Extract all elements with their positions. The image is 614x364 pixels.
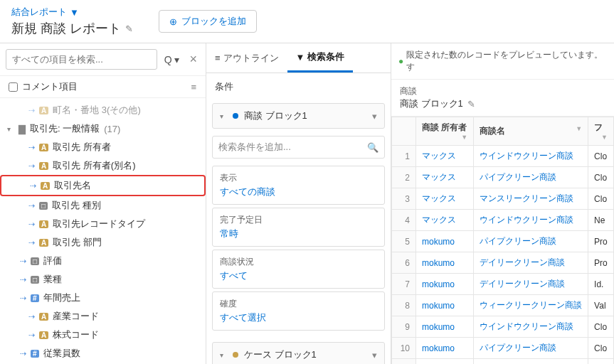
edit-icon[interactable]: ✎	[467, 99, 475, 109]
owner-cell[interactable]: mokumo	[416, 338, 474, 359]
opportunity-name-cell[interactable]: パイプクリーン商談	[474, 167, 588, 188]
filter-card[interactable]: 表示すべての商談	[212, 166, 385, 205]
block-menu-icon[interactable]: ▾	[372, 111, 377, 122]
owner-cell[interactable]: mokumo	[416, 274, 474, 295]
field-item[interactable]: ⇢A取引先 所有者	[0, 138, 206, 156]
stage-cell: Clo	[588, 188, 614, 210]
tab-outline[interactable]: ≡ アウトライン	[206, 43, 287, 73]
arrow-icon: ⇢	[20, 257, 26, 266]
owner-cell[interactable]: mokumo	[416, 316, 474, 338]
owner-cell[interactable]: マックス	[416, 146, 474, 167]
field-label: 取引先 種別	[52, 199, 101, 212]
preview-message-bar: ● 限定された数のレコードをプレビューしています。す	[391, 43, 614, 80]
opportunity-name-cell[interactable]: パイプクリーン商談	[474, 338, 588, 359]
table-row: 2マックスパイプクリーン商談Clo	[392, 167, 614, 188]
opportunity-name-cell[interactable]: ウインドウクリーン商談	[474, 146, 588, 167]
type-badge: A	[39, 313, 48, 321]
search-input[interactable]	[6, 49, 157, 70]
opportunity-name-cell[interactable]: パイプクリーン商談	[474, 359, 588, 365]
type-badge: A	[41, 182, 50, 190]
arrow-icon: ⇢	[20, 349, 26, 358]
field-item[interactable]: ⇢#従業員数	[0, 344, 206, 363]
type-badge: □	[31, 276, 39, 284]
stage-cell: Ne	[588, 210, 614, 231]
type-badge: A	[39, 144, 48, 151]
type-badge: □	[39, 202, 48, 210]
field-label: 株式コード	[53, 328, 99, 341]
column-header[interactable]: 商談名▼	[474, 117, 588, 146]
block-menu-icon[interactable]: ▾	[372, 350, 377, 360]
edit-icon[interactable]: ✎	[125, 23, 133, 34]
chevron-down-icon[interactable]: ▼	[461, 134, 467, 141]
owner-cell[interactable]: mokumo	[416, 359, 474, 365]
column-header[interactable]	[392, 117, 416, 146]
field-item[interactable]: ⇢ A 町名・番地 3(その他)	[0, 101, 206, 119]
add-filter-input[interactable]: 検索条件を追加... 🔍	[212, 136, 385, 159]
opportunity-name-cell[interactable]: マンスリークリーン商談	[474, 188, 588, 210]
tab-filters-label: 検索条件	[307, 50, 344, 63]
tab-filters[interactable]: ▼ 検索条件	[287, 43, 354, 73]
field-label: 評価	[43, 255, 62, 267]
field-label: 取引先名	[54, 179, 91, 192]
field-item[interactable]: ⇢A取引先レコードタイプ	[0, 215, 206, 233]
arrow-icon: ⇢	[28, 312, 35, 321]
chevron-down-icon: ▾	[220, 112, 227, 120]
field-label: 産業コード	[53, 310, 99, 323]
preview-message: 限定された数のレコードをプレビューしています。す	[406, 49, 607, 73]
field-item[interactable]: ⇢□取引先 種別	[0, 196, 206, 215]
chevron-down-icon[interactable]: ▼	[576, 125, 582, 132]
column-header[interactable]: 商談 所有者▼	[416, 117, 474, 146]
add-block-button[interactable]: ⊕ ブロックを追加	[159, 10, 257, 33]
field-item[interactable]: ⇢#年間売上	[0, 289, 206, 307]
owner-cell[interactable]: マックス	[416, 167, 474, 188]
opportunity-name-cell[interactable]: デイリークリーン商談	[474, 274, 588, 295]
owner-cell[interactable]: マックス	[416, 210, 474, 231]
menu-icon[interactable]: ≡	[191, 82, 197, 92]
opportunity-name-cell[interactable]: ウインドウクリーン商談	[474, 316, 588, 338]
opportunity-name-cell[interactable]: パイプクリーン商談	[474, 231, 588, 252]
search-icon[interactable]: Q ▾	[162, 54, 183, 65]
field-item[interactable]: ⇢□業種	[0, 270, 206, 289]
column-label: 商談名	[480, 126, 505, 136]
column-header[interactable]: フ▼	[588, 117, 614, 146]
filter-card[interactable]: 商談状況すべて	[212, 250, 385, 289]
filters-panel: ≡ アウトライン ▼ 検索条件 条件 ▾ 商談 ブロック1 ▾ 検索条件を追加.…	[206, 43, 391, 364]
field-group[interactable]: ▾ ▇ 取引先: 一般情報 (17)	[0, 119, 206, 138]
opportunity-name-cell[interactable]: デイリークリーン商談	[474, 252, 588, 274]
stage-cell: Val	[588, 295, 614, 316]
comment-checkbox[interactable]	[9, 82, 18, 92]
field-item[interactable]: ⇢A株式コード	[0, 326, 206, 344]
table-row: 10mokumoパイプクリーン商談Clo	[392, 338, 614, 359]
owner-cell[interactable]: mokumo	[416, 231, 474, 252]
filter-label: 表示	[220, 172, 377, 184]
field-item[interactable]: ⇢A取引先名	[0, 175, 206, 196]
filter-card[interactable]: 確度すべて選択	[212, 291, 385, 331]
opportunity-name-cell[interactable]: ウインドウクリーン商談	[474, 210, 588, 231]
table-row: 8mokumoウィークリークリーン商談Val	[392, 295, 614, 316]
chevron-down-icon[interactable]: ▼	[601, 134, 608, 141]
field-label: 業種	[43, 273, 62, 286]
block-label: ケース ブロック1	[244, 348, 317, 361]
owner-cell[interactable]: mokumo	[416, 295, 474, 316]
owner-cell[interactable]: マックス	[416, 188, 474, 210]
row-number: 3	[392, 188, 416, 210]
list-icon: ≡	[215, 53, 221, 63]
field-item[interactable]: ⇢A取引先 部門	[0, 233, 206, 252]
type-badge: □	[31, 257, 39, 265]
type-badge: #	[31, 294, 39, 302]
field-item[interactable]: ⇢□評価	[0, 252, 206, 270]
filter-card[interactable]: 完了予定日常時	[212, 208, 385, 247]
opportunity-name-cell[interactable]: ウィークリークリーン商談	[474, 295, 588, 316]
clear-search-icon[interactable]: ×	[186, 52, 200, 67]
field-item[interactable]: ⇢A取引先 所有者(別名)	[0, 156, 206, 175]
arrow-icon: ⇢	[28, 161, 35, 171]
field-label: 取引先 所有者	[53, 141, 111, 154]
breadcrumb[interactable]: 結合レポート ▼	[11, 6, 133, 18]
chevron-down-icon: ▼	[70, 7, 79, 18]
field-label: 従業員数	[43, 347, 80, 360]
filter-block-opportunity[interactable]: ▾ 商談 ブロック1 ▾	[212, 103, 385, 129]
filter-block-case[interactable]: ▾ ケース ブロック1 ▾	[212, 342, 385, 364]
field-item[interactable]: ⇢A産業コード	[0, 307, 206, 326]
arrow-icon: ⇢	[20, 275, 26, 284]
owner-cell[interactable]: mokumo	[416, 252, 474, 274]
